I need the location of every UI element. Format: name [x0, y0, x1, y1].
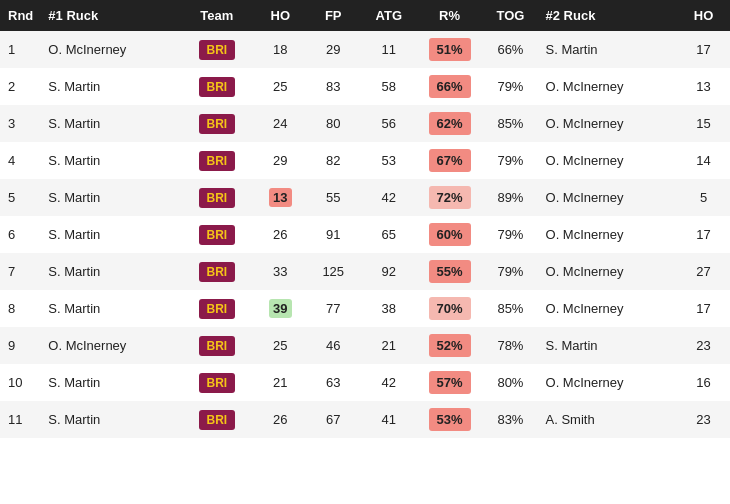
cell-tog: 85%: [481, 105, 539, 142]
table-row: 10S. MartinBRI21634257%80%O. McInerney16: [0, 364, 730, 401]
team-badge: BRI: [199, 373, 235, 393]
cell-ruck1: S. Martin: [42, 216, 180, 253]
cell-fp: 82: [307, 142, 360, 179]
cell-atg: 41: [360, 401, 418, 438]
table-row: 5S. MartinBRI13554272%89%O. McInerney5: [0, 179, 730, 216]
cell-ho2: 23: [677, 401, 730, 438]
rp-badge: 66%: [429, 75, 471, 98]
cell-rnd: 10: [0, 364, 42, 401]
cell-tog: 66%: [481, 31, 539, 68]
cell-ho1: 29: [254, 142, 307, 179]
cell-fp: 91: [307, 216, 360, 253]
cell-fp: 125: [307, 253, 360, 290]
cell-fp: 46: [307, 327, 360, 364]
cell-team: BRI: [180, 142, 254, 179]
team-badge: BRI: [199, 114, 235, 134]
cell-rp: 67%: [418, 142, 481, 179]
rp-badge: 52%: [429, 334, 471, 357]
cell-rnd: 2: [0, 68, 42, 105]
team-badge: BRI: [199, 336, 235, 356]
cell-ruck2: O. McInerney: [540, 68, 678, 105]
cell-rnd: 8: [0, 290, 42, 327]
cell-atg: 65: [360, 216, 418, 253]
table-body: 1O. McInerneyBRI18291151%66%S. Martin172…: [0, 31, 730, 438]
col-header-rnd: Rnd: [0, 0, 42, 31]
team-badge: BRI: [199, 40, 235, 60]
cell-ho2: 23: [677, 327, 730, 364]
cell-team: BRI: [180, 401, 254, 438]
team-badge: BRI: [199, 77, 235, 97]
rp-badge: 72%: [429, 186, 471, 209]
cell-ruck2: O. McInerney: [540, 216, 678, 253]
cell-rp: 60%: [418, 216, 481, 253]
cell-fp: 80: [307, 105, 360, 142]
cell-atg: 53: [360, 142, 418, 179]
table-row: 11S. MartinBRI26674153%83%A. Smith23: [0, 401, 730, 438]
cell-ruck1: S. Martin: [42, 253, 180, 290]
cell-atg: 92: [360, 253, 418, 290]
cell-atg: 56: [360, 105, 418, 142]
team-badge: BRI: [199, 225, 235, 245]
table-row: 4S. MartinBRI29825367%79%O. McInerney14: [0, 142, 730, 179]
cell-tog: 78%: [481, 327, 539, 364]
cell-tog: 83%: [481, 401, 539, 438]
cell-ho1: 18: [254, 31, 307, 68]
rp-badge: 60%: [429, 223, 471, 246]
col-header-tog: TOG: [481, 0, 539, 31]
cell-ho2: 17: [677, 216, 730, 253]
cell-ho1: 39: [254, 290, 307, 327]
cell-team: BRI: [180, 253, 254, 290]
col-header-fp: FP: [307, 0, 360, 31]
cell-fp: 83: [307, 68, 360, 105]
table-row: 6S. MartinBRI26916560%79%O. McInerney17: [0, 216, 730, 253]
cell-tog: 79%: [481, 142, 539, 179]
rp-badge: 53%: [429, 408, 471, 431]
cell-ruck2: O. McInerney: [540, 142, 678, 179]
cell-ho2: 14: [677, 142, 730, 179]
cell-rp: 62%: [418, 105, 481, 142]
cell-ho2: 15: [677, 105, 730, 142]
cell-fp: 67: [307, 401, 360, 438]
cell-ruck1: S. Martin: [42, 105, 180, 142]
cell-ruck2: O. McInerney: [540, 105, 678, 142]
cell-rnd: 6: [0, 216, 42, 253]
rp-badge: 67%: [429, 149, 471, 172]
table-row: 8S. MartinBRI39773870%85%O. McInerney17: [0, 290, 730, 327]
cell-team: BRI: [180, 216, 254, 253]
cell-ruck1: S. Martin: [42, 68, 180, 105]
stats-table-container: Rnd #1 Ruck Team HO FP ATG R% TOG #2 Ruc…: [0, 0, 730, 438]
rp-badge: 51%: [429, 38, 471, 61]
col-header-ho2: HO: [677, 0, 730, 31]
cell-rnd: 9: [0, 327, 42, 364]
cell-team: BRI: [180, 327, 254, 364]
cell-team: BRI: [180, 290, 254, 327]
cell-rnd: 11: [0, 401, 42, 438]
cell-rp: 72%: [418, 179, 481, 216]
cell-ruck2: O. McInerney: [540, 290, 678, 327]
rp-badge: 70%: [429, 297, 471, 320]
cell-ho2: 27: [677, 253, 730, 290]
cell-ho1: 26: [254, 216, 307, 253]
cell-team: BRI: [180, 31, 254, 68]
cell-rnd: 1: [0, 31, 42, 68]
cell-tog: 79%: [481, 253, 539, 290]
cell-ruck2: O. McInerney: [540, 253, 678, 290]
cell-ruck2: S. Martin: [540, 327, 678, 364]
cell-ruck1: O. McInerney: [42, 327, 180, 364]
cell-ho2: 17: [677, 290, 730, 327]
team-badge: BRI: [199, 299, 235, 319]
col-header-rp: R%: [418, 0, 481, 31]
cell-ruck1: S. Martin: [42, 179, 180, 216]
col-header-ruck2: #2 Ruck: [540, 0, 678, 31]
team-badge: BRI: [199, 410, 235, 430]
table-header-row: Rnd #1 Ruck Team HO FP ATG R% TOG #2 Ruc…: [0, 0, 730, 31]
rp-badge: 57%: [429, 371, 471, 394]
team-badge: BRI: [199, 151, 235, 171]
col-header-ruck1: #1 Ruck: [42, 0, 180, 31]
cell-rp: 70%: [418, 290, 481, 327]
cell-atg: 38: [360, 290, 418, 327]
table-row: 2S. MartinBRI25835866%79%O. McInerney13: [0, 68, 730, 105]
table-row: 1O. McInerneyBRI18291151%66%S. Martin17: [0, 31, 730, 68]
cell-fp: 55: [307, 179, 360, 216]
table-row: 7S. MartinBRI331259255%79%O. McInerney27: [0, 253, 730, 290]
